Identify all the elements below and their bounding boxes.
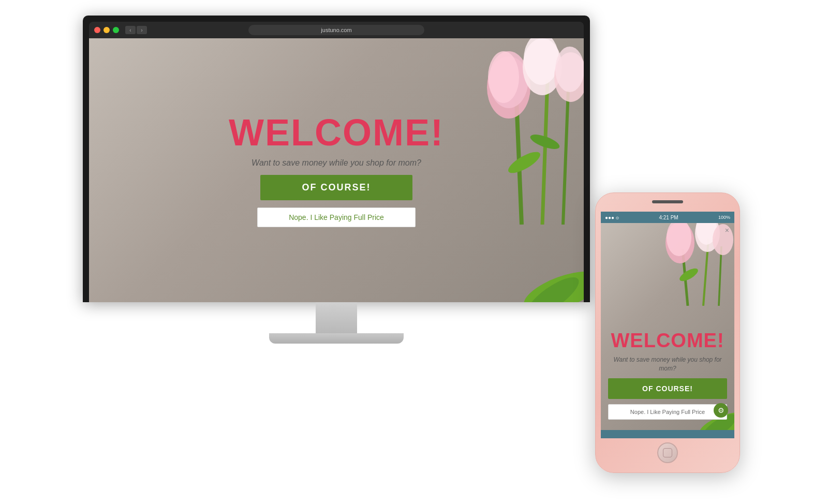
iphone-speaker xyxy=(652,200,683,203)
imac: ‹ › justuno.com xyxy=(83,16,590,344)
popup-title-mobile: WELCOME! xyxy=(611,331,724,350)
battery-display: 100% xyxy=(718,215,730,220)
iphone-screen: × WELCOME! Want to save money while you … xyxy=(601,223,734,430)
decline-button-mobile[interactable]: Nope. I Like Paying Full Price xyxy=(608,404,727,420)
status-right: 100% xyxy=(718,215,730,220)
popup-title-desktop: WELCOME! xyxy=(229,114,444,151)
leaves-svg xyxy=(480,240,584,302)
popup-subtitle-desktop: Want to save money while you shop for mo… xyxy=(252,158,421,168)
iphone-home-inner xyxy=(663,448,672,457)
decline-button-desktop[interactable]: Nope. I Like Paying Full Price xyxy=(257,207,416,227)
imac-nav-arrows: ‹ › xyxy=(125,26,147,34)
popup-background-mobile: × WELCOME! Want to save money while you … xyxy=(601,223,734,430)
back-button[interactable]: ‹ xyxy=(125,26,136,34)
svg-line-16 xyxy=(719,246,721,306)
imac-stand-neck xyxy=(316,302,357,333)
svg-point-22 xyxy=(713,224,733,255)
leaves-decoration-desktop xyxy=(480,240,584,302)
tulips-decoration-mobile xyxy=(641,223,734,306)
iphone-body: ●●● ⌾ 4:21 PM 100% xyxy=(595,192,740,473)
popup-content-desktop: WELCOME! Want to save money while you sh… xyxy=(229,114,444,227)
svg-point-3 xyxy=(506,148,543,177)
svg-point-7 xyxy=(488,51,519,103)
scene: ‹ › justuno.com xyxy=(0,0,828,504)
svg-point-17 xyxy=(678,266,700,284)
cta-button-desktop[interactable]: OF COURSE! xyxy=(260,175,412,200)
iphone-bottom-bar xyxy=(601,430,734,438)
traffic-light-yellow[interactable] xyxy=(103,27,110,33)
imac-stand-base xyxy=(269,333,404,344)
imac-screen-outer: ‹ › justuno.com xyxy=(83,16,590,302)
svg-line-2 xyxy=(563,90,568,225)
gear-badge-mobile[interactable]: ⚙ xyxy=(714,403,728,418)
imac-screen: WELCOME! Want to save money while you sh… xyxy=(89,38,584,302)
svg-point-11 xyxy=(555,47,584,92)
iphone: ●●● ⌾ 4:21 PM 100% xyxy=(595,192,740,473)
address-bar[interactable]: justuno.com xyxy=(248,25,424,35)
status-left: ●●● ⌾ xyxy=(605,215,619,220)
traffic-light-green[interactable] xyxy=(113,27,119,33)
imac-chrome-bar: ‹ › justuno.com xyxy=(89,22,584,38)
time-display: 4:21 PM xyxy=(659,215,678,220)
popup-subtitle-mobile: Want to save money while you shop for mo… xyxy=(608,355,727,373)
iphone-home-button[interactable] xyxy=(657,442,678,463)
signal-dots: ●●● xyxy=(605,215,614,220)
iphone-top xyxy=(601,200,734,211)
forward-button[interactable]: › xyxy=(137,26,147,34)
iphone-status-bar: ●●● ⌾ 4:21 PM 100% xyxy=(601,212,734,223)
tulips-mobile-svg xyxy=(641,223,734,306)
popup-background-desktop: WELCOME! Want to save money while you sh… xyxy=(89,38,584,302)
wifi-icon: ⌾ xyxy=(616,215,619,220)
svg-line-1 xyxy=(542,80,548,225)
close-button-mobile[interactable]: × xyxy=(725,226,729,234)
cta-button-mobile[interactable]: OF COURSE! xyxy=(608,378,727,399)
traffic-light-red[interactable] xyxy=(94,27,100,33)
